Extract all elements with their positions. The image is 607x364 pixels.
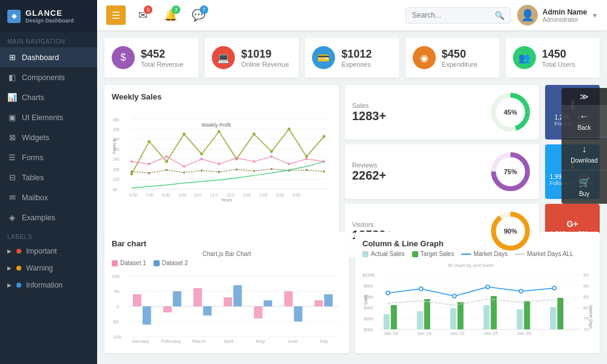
label-important-text: Important	[26, 247, 57, 255]
overlay-download-button[interactable]: ↓ Download	[561, 138, 607, 170]
information-dot	[16, 283, 21, 288]
svg-text:June: June	[287, 339, 298, 344]
googleplus-icon: G+	[566, 219, 578, 229]
svg-text:120: 120	[113, 177, 120, 181]
svg-point-26	[288, 127, 291, 130]
sidebar: ◈ GLANCE Design Dashboard MAIN NAVIGATIO…	[0, 0, 97, 364]
search-box: 🔍	[405, 7, 511, 24]
visitors-title: Visitors	[352, 221, 393, 228]
revenue-label: Total Revenue	[141, 61, 183, 68]
legend-target: Target Sales	[412, 251, 455, 257]
sales-stat-left: Sales 1283+	[352, 102, 386, 123]
svg-text:Market Days: Market Days	[588, 305, 592, 329]
reviews-stat-left: Reviews 2262+	[352, 161, 386, 183]
dataset1-label: Dataset 1	[120, 260, 146, 266]
expenses-amount: $1012	[341, 48, 371, 61]
svg-text:100: 100	[112, 274, 120, 279]
chevron-right-icon: ▶	[7, 248, 12, 254]
target-dot	[412, 251, 418, 257]
sidebar-item-label: Charts	[22, 93, 44, 102]
svg-text:-100: -100	[112, 334, 122, 340]
svg-text:60: 60	[113, 187, 118, 192]
widgets-icon: ⊠	[7, 133, 17, 142]
visitors-donut-label: 90%	[504, 228, 517, 235]
labels-section-label: LABELS	[0, 228, 97, 243]
sidebar-item-components[interactable]: ◧ Components	[0, 67, 97, 87]
sidebar-item-tables[interactable]: ⊟ Tables	[0, 167, 97, 187]
svg-point-46	[218, 171, 220, 173]
sidebar-item-dashboard[interactable]: ⊞ Dashboard	[0, 47, 97, 67]
overlay-expand-arrow[interactable]: ≫	[561, 88, 607, 105]
expenses-label: Expenses	[341, 61, 371, 68]
svg-point-47	[236, 169, 237, 170]
sales-donut-label: 45%	[504, 109, 517, 116]
sidebar-item-label: Tables	[22, 174, 44, 182]
svg-point-20	[183, 133, 186, 136]
user-name: Admin Name	[543, 8, 587, 16]
svg-text:March: March	[192, 339, 206, 344]
label-important[interactable]: ▶ Important	[0, 243, 97, 260]
svg-text:2:00: 2:00	[260, 193, 268, 197]
svg-rect-130	[483, 305, 489, 329]
menu-toggle-button[interactable]: ☰	[106, 5, 126, 25]
svg-rect-94	[314, 300, 323, 306]
reviews-donut-label: 75%	[504, 168, 517, 175]
revenue-icon: $	[112, 46, 135, 69]
market-dot	[461, 254, 471, 255]
sales-title: Sales	[352, 102, 386, 109]
user-profile[interactable]: 👤 Admin Name Administrator ▼	[517, 5, 598, 25]
sidebar-item-ui-elements[interactable]: ▣ UI Elements	[0, 107, 97, 127]
svg-rect-129	[458, 302, 464, 329]
svg-rect-83	[143, 306, 151, 325]
svg-text:3:00: 3:00	[276, 193, 284, 197]
expenditure-label: Expenditure	[442, 61, 478, 68]
sidebar-item-charts[interactable]: 📊 Charts	[0, 87, 97, 107]
svg-point-35	[236, 157, 238, 159]
sidebar-item-forms[interactable]: ☰ Forms	[0, 147, 97, 167]
svg-rect-133	[524, 301, 530, 329]
chevron-right-icon: ▶	[7, 265, 12, 271]
svg-text:85: 85	[583, 294, 589, 300]
label-warning[interactable]: ▶ Warning	[0, 260, 97, 277]
logo-text: GLANCE Design Dashboard	[25, 8, 74, 24]
col-chart-svg: JS chart by amCharts $10M $8M $6M $4M $2…	[362, 260, 592, 339]
envelope-badge: 5	[144, 5, 152, 14]
svg-text:May: May	[256, 339, 265, 344]
search-input[interactable]	[412, 11, 491, 19]
svg-text:Hours: Hours	[222, 198, 232, 202]
users-amount: 1450	[542, 48, 575, 61]
logo: ◈ GLANCE Design Dashboard	[0, 0, 97, 32]
sidebar-item-widgets[interactable]: ⊠ Widgets	[0, 127, 97, 147]
market-all-label: Market Days ALL	[527, 251, 573, 257]
stat-card-revenue: $ $452 Total Revenue	[104, 38, 198, 78]
sidebar-item-label: Widgets	[22, 133, 49, 142]
svg-point-41	[131, 170, 132, 172]
svg-point-18	[148, 140, 151, 143]
overlay-buy-button[interactable]: 🛒 Buy	[561, 170, 607, 204]
svg-rect-90	[254, 306, 262, 318]
svg-point-42	[148, 172, 150, 174]
bar-chart-legend: Dataset 1 Dataset 2	[112, 260, 342, 266]
label-information[interactable]: ▶ Information	[0, 277, 97, 294]
sidebar-item-mailbox[interactable]: ✉ Mailbox	[0, 187, 97, 207]
svg-point-136	[386, 291, 390, 295]
legend-dataset2: Dataset 2	[154, 260, 188, 266]
svg-text:Profits $: Profits $	[112, 139, 117, 153]
sidebar-item-examples[interactable]: ◈ Examples	[0, 207, 97, 228]
chevron-down-icon: ▼	[592, 12, 598, 19]
svg-text:12:0: 12:0	[226, 193, 234, 197]
examples-icon: ◈	[7, 213, 17, 222]
sidebar-item-label: Dashboard	[22, 53, 59, 62]
svg-text:JS chart by amCharts: JS chart by amCharts	[447, 263, 494, 268]
market-all-dot	[515, 254, 524, 255]
mid-row: Weekly Sales 480 420 360 300 2	[104, 85, 600, 224]
svg-point-27	[305, 155, 308, 158]
svg-text:80: 80	[583, 305, 589, 311]
stat-card-expenditure: ◉ $450 Expenditure	[405, 38, 500, 78]
svg-point-30	[148, 163, 151, 165]
back-icon: ←	[580, 111, 589, 122]
legend-actual: Actual Sales	[362, 251, 405, 257]
dataset2-label: Dataset 2	[162, 260, 188, 266]
overlay-back-button[interactable]: ← Back	[561, 105, 607, 138]
svg-point-39	[305, 158, 308, 160]
